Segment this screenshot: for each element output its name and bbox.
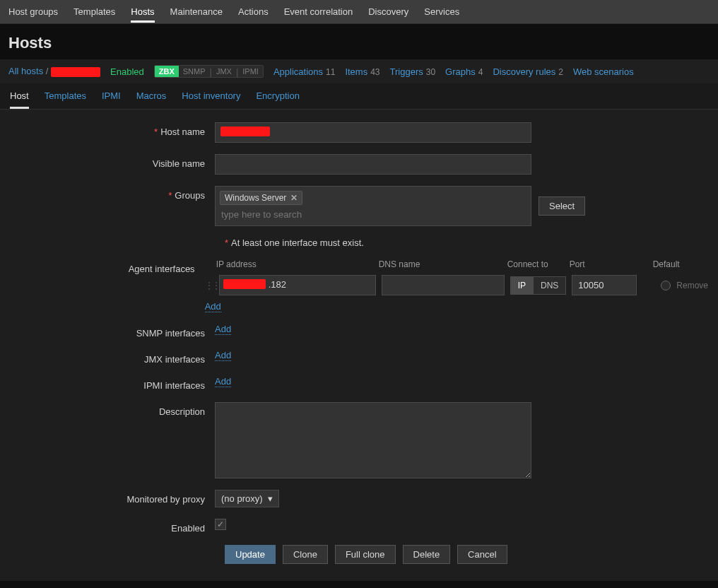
label-enabled: Enabled bbox=[171, 523, 205, 534]
link-web-scenarios[interactable]: Web scenarios bbox=[573, 66, 634, 77]
visible-name-input[interactable] bbox=[215, 154, 531, 175]
proto-zbx-badge: ZBX bbox=[155, 66, 179, 77]
proto-ipmi: IPMI bbox=[238, 66, 263, 77]
label-description: Description bbox=[159, 406, 205, 417]
top-nav: Host groups Templates Hosts Maintenance … bbox=[0, 0, 718, 24]
interface-columns-header: IP address DNS name Connect to Port Defa… bbox=[205, 259, 708, 269]
link-items[interactable]: Items bbox=[345, 66, 367, 77]
nav-event-correlation[interactable]: Event correlation bbox=[284, 1, 353, 23]
nav-templates[interactable]: Templates bbox=[73, 1, 115, 23]
full-clone-button[interactable]: Full clone bbox=[335, 545, 396, 564]
connect-dns-button[interactable]: DNS bbox=[533, 276, 566, 295]
add-snmp-interface-link[interactable]: Add bbox=[215, 324, 231, 335]
host-subtabs: Host Templates IPMI Macros Host inventor… bbox=[0, 83, 718, 110]
count-applications: 11 bbox=[326, 67, 335, 77]
default-interface-radio[interactable] bbox=[661, 281, 671, 290]
proto-snmp: SNMP bbox=[179, 66, 210, 77]
nav-discovery[interactable]: Discovery bbox=[368, 1, 408, 23]
drag-handle-icon[interactable]: ⋮⋮ bbox=[205, 281, 213, 290]
groups-search-input[interactable] bbox=[220, 206, 361, 223]
cancel-button[interactable]: Cancel bbox=[457, 545, 507, 564]
connect-ip-button[interactable]: IP bbox=[510, 276, 533, 295]
enabled-checkbox[interactable]: ✓ bbox=[215, 519, 226, 530]
host-name-redacted bbox=[220, 127, 270, 136]
col-connect-to: Connect to bbox=[507, 259, 564, 269]
label-host-name: Host name bbox=[160, 127, 205, 137]
clone-button[interactable]: Clone bbox=[283, 545, 328, 564]
label-groups: Groups bbox=[175, 190, 205, 201]
nav-actions[interactable]: Actions bbox=[238, 1, 269, 23]
label-snmp-interfaces: SNMP interfaces bbox=[136, 328, 205, 339]
agent-ip-redacted bbox=[223, 279, 266, 289]
connect-to-toggle: IP DNS bbox=[510, 276, 567, 295]
count-triggers: 30 bbox=[426, 67, 435, 77]
count-items: 43 bbox=[370, 67, 379, 77]
breadcrumb-all-hosts[interactable]: All hosts bbox=[8, 66, 43, 76]
link-triggers[interactable]: Triggers bbox=[390, 66, 423, 77]
nav-host-groups[interactable]: Host groups bbox=[8, 1, 58, 23]
nav-hosts[interactable]: Hosts bbox=[131, 1, 154, 23]
label-agent-interfaces: Agent interfaces bbox=[129, 264, 195, 274]
count-discovery-rules: 2 bbox=[558, 67, 563, 77]
breadcrumb-hostname-redacted bbox=[51, 67, 100, 77]
tab-encryption[interactable]: Encryption bbox=[256, 90, 299, 109]
form-button-row: Update Clone Full clone Delete Cancel bbox=[225, 545, 708, 564]
groups-select-button[interactable]: Select bbox=[538, 196, 585, 216]
nav-services[interactable]: Services bbox=[424, 1, 459, 23]
add-ipmi-interface-link[interactable]: Add bbox=[215, 376, 231, 387]
group-tag-label: Windows Server bbox=[225, 193, 286, 203]
tab-templates[interactable]: Templates bbox=[45, 90, 86, 109]
proto-jmx: JMX bbox=[212, 66, 236, 77]
agent-port-input[interactable] bbox=[572, 275, 637, 295]
agent-interface-row: ⋮⋮ .182 IP DNS Remove bbox=[205, 275, 708, 295]
col-ip-address: IP address bbox=[216, 259, 373, 269]
interface-hint: *At least one interface must exist. bbox=[225, 237, 708, 248]
group-tag-windows-server[interactable]: Windows Server ✕ bbox=[220, 191, 302, 205]
breadcrumb-separator: / bbox=[46, 66, 49, 76]
page-title: Hosts bbox=[0, 24, 718, 59]
col-dns-name: DNS name bbox=[379, 259, 502, 269]
tab-ipmi[interactable]: IPMI bbox=[102, 90, 121, 109]
tab-macros[interactable]: Macros bbox=[136, 90, 167, 109]
proxy-select[interactable]: (no proxy) ▾ bbox=[215, 490, 279, 507]
status-enabled: Enabled bbox=[110, 66, 144, 77]
col-port: Port bbox=[570, 259, 635, 269]
tab-host-inventory[interactable]: Host inventory bbox=[182, 90, 240, 109]
add-agent-interface-link[interactable]: Add bbox=[205, 301, 221, 312]
col-default: Default bbox=[653, 259, 691, 269]
agent-dns-input[interactable] bbox=[382, 275, 505, 295]
nav-maintenance[interactable]: Maintenance bbox=[170, 1, 223, 23]
tab-host[interactable]: Host bbox=[10, 90, 29, 109]
link-graphs[interactable]: Graphs bbox=[445, 66, 476, 77]
label-jmx-interfaces: JMX interfaces bbox=[144, 354, 205, 365]
label-ipmi-interfaces: IPMI interfaces bbox=[143, 380, 205, 391]
label-monitored-by-proxy: Monitored by proxy bbox=[126, 494, 205, 505]
delete-button[interactable]: Delete bbox=[403, 545, 451, 564]
update-button[interactable]: Update bbox=[225, 545, 276, 564]
link-applications[interactable]: Applications bbox=[273, 66, 323, 77]
remove-interface-link: Remove bbox=[676, 281, 708, 290]
groups-multiselect[interactable]: Windows Server ✕ bbox=[215, 186, 531, 226]
remove-group-icon[interactable]: ✕ bbox=[290, 193, 298, 203]
breadcrumb-bar: All hosts / Enabled ZBX SNMP| JMX| IPMI … bbox=[0, 59, 718, 83]
host-form: *Host name Visible name *Groups Windows … bbox=[0, 110, 718, 581]
count-graphs: 4 bbox=[478, 67, 483, 77]
description-textarea[interactable] bbox=[215, 402, 531, 478]
label-visible-name: Visible name bbox=[153, 158, 205, 169]
link-discovery-rules[interactable]: Discovery rules bbox=[493, 66, 555, 77]
proxy-select-value: (no proxy) bbox=[221, 493, 263, 504]
protocol-indicators: ZBX SNMP| JMX| IPMI bbox=[154, 65, 264, 78]
add-jmx-interface-link[interactable]: Add bbox=[215, 350, 231, 361]
